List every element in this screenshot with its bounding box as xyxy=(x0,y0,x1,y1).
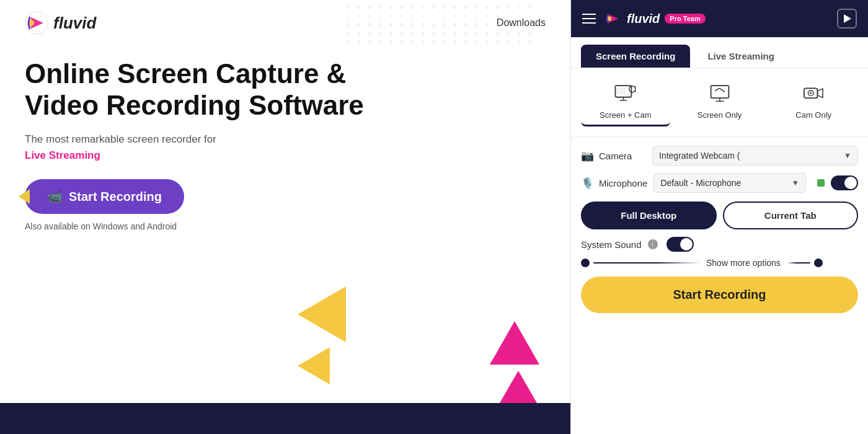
microphone-row: 🎙️ Microphone Default - Microphone ▼ xyxy=(581,173,858,193)
camera-dropdown-arrow: ▼ xyxy=(844,151,851,160)
camera-icon: 📷 xyxy=(581,149,594,162)
info-icon: i xyxy=(648,239,658,249)
settings-area: 📷 Camera Integrated Webcam ( ▼ 🎙️ Microp… xyxy=(571,137,868,202)
screen-cam-icon xyxy=(614,84,637,107)
logo-icon xyxy=(25,11,48,35)
bottom-bar xyxy=(0,403,570,434)
hero-title: Online Screen Capture & Video Recording … xyxy=(25,58,384,121)
available-text: Also available on Windows and Android xyxy=(25,221,546,231)
start-recording-button[interactable]: 📹 Start Recording xyxy=(25,179,184,214)
mode-screen-cam[interactable]: Screen + Cam xyxy=(581,78,670,126)
mode-screen-only[interactable]: Screen Only xyxy=(675,78,764,126)
hero-highlight[interactable]: Live Streaming xyxy=(25,149,546,162)
system-sound-label: System Sound xyxy=(581,239,642,250)
system-sound-row: System Sound i xyxy=(571,237,868,258)
svg-line-14 xyxy=(715,88,719,91)
video-camera-icon: 📹 xyxy=(47,189,63,204)
mode-cam-only-label: Cam Only xyxy=(795,110,831,120)
source-buttons: Full Desktop Current Tab xyxy=(571,202,868,237)
site-logo-text: fluvid xyxy=(53,14,96,33)
hero-subtitle: The most remarkable screen recorder for xyxy=(25,133,546,146)
camera-row: 📷 Camera Integrated Webcam ( ▼ xyxy=(581,146,858,166)
panel-logo-icon xyxy=(604,10,622,27)
system-sound-toggle[interactable] xyxy=(666,237,694,252)
svg-rect-11 xyxy=(711,86,728,98)
more-options-dot-right xyxy=(814,259,823,267)
microphone-toggle[interactable] xyxy=(831,175,858,190)
microphone-level-indicator xyxy=(817,179,825,187)
microphone-label: 🎙️ Microphone xyxy=(581,177,647,190)
pro-badge: Pro Team xyxy=(665,14,705,24)
hamburger-menu[interactable] xyxy=(582,14,596,24)
camera-label: 📷 Camera xyxy=(581,149,646,162)
panel-header: fluvid Pro Team xyxy=(571,0,868,37)
mode-screen-cam-label: Screen + Cam xyxy=(600,110,651,120)
microphone-icon: 🎙️ xyxy=(581,177,594,190)
panel-tabs: Screen Recording Live Streaming xyxy=(571,37,868,68)
more-options-line-right xyxy=(787,262,810,264)
page-wrapper: fluvid Downloads Online Screen Capture &… xyxy=(0,0,868,434)
current-tab-button[interactable]: Current Tab xyxy=(723,202,859,229)
panel-header-right xyxy=(837,9,857,29)
mode-cam-only[interactable]: Cam Only xyxy=(769,78,858,126)
panel-logo-text: fluvid xyxy=(627,12,660,26)
more-options-line-left xyxy=(593,262,700,264)
full-desktop-button[interactable]: Full Desktop xyxy=(581,202,717,229)
video-player-icon[interactable] xyxy=(837,9,857,29)
more-options-label[interactable]: Show more options xyxy=(706,258,781,268)
tab-live-streaming[interactable]: Live Streaming xyxy=(693,45,789,68)
start-btn-wrap: 📹 Start Recording Also available on Wind… xyxy=(25,179,546,231)
extension-panel: fluvid Pro Team Screen Recording Live St… xyxy=(570,0,868,434)
camera-select[interactable]: Integrated Webcam ( ▼ xyxy=(652,146,858,166)
mode-selector: Screen + Cam Screen Only xyxy=(571,68,868,137)
microphone-dropdown-arrow: ▼ xyxy=(792,179,799,187)
svg-line-15 xyxy=(719,88,725,92)
svg-point-18 xyxy=(810,92,812,94)
microphone-select[interactable]: Default - Microphone ▼ xyxy=(653,173,806,193)
website-area: fluvid Downloads Online Screen Capture &… xyxy=(0,0,570,434)
screen-only-icon xyxy=(709,84,731,107)
more-options-row: Show more options xyxy=(571,258,868,277)
shape-pink xyxy=(490,321,539,403)
logo-area: fluvid xyxy=(25,11,96,35)
cam-only-icon xyxy=(802,84,825,107)
shape-yellow xyxy=(298,286,346,384)
system-sound-toggle-knob xyxy=(680,238,693,250)
microphone-toggle-knob xyxy=(844,177,857,189)
main-start-recording-button[interactable]: Start Recording xyxy=(581,277,858,313)
panel-logo: fluvid Pro Team xyxy=(604,10,706,27)
more-options-dot-left xyxy=(581,259,590,267)
hero-section: Online Screen Capture & Video Recording … xyxy=(0,46,570,250)
mode-screen-only-label: Screen Only xyxy=(698,110,742,120)
tab-screen-recording[interactable]: Screen Recording xyxy=(581,45,690,68)
